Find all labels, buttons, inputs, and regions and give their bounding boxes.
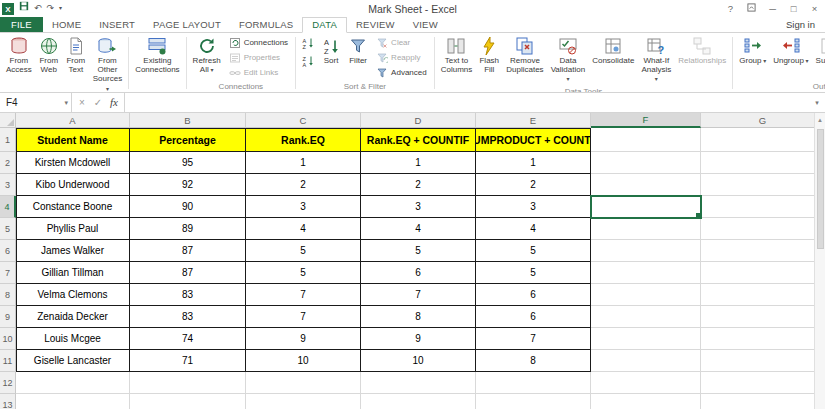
- cell-B12[interactable]: [130, 372, 246, 394]
- relationships-button[interactable]: Relationships: [675, 34, 729, 67]
- filter-button[interactable]: Filter: [345, 34, 371, 67]
- cancel-icon[interactable]: ×: [74, 93, 90, 112]
- cell-B13[interactable]: [130, 394, 246, 409]
- sort-ascending-button[interactable]: AZ: [299, 35, 317, 51]
- cell-D2[interactable]: 1: [361, 152, 476, 174]
- cell-D10[interactable]: 9: [361, 328, 476, 350]
- from-other-sources-button[interactable]: From Other Sources: [90, 34, 125, 93]
- cell-A9[interactable]: Zenaida Decker: [16, 306, 130, 328]
- subtotal-button[interactable]: Σ Subtotal: [813, 34, 825, 67]
- cell-E12[interactable]: [476, 372, 591, 394]
- consolidate-button[interactable]: Consolidate: [589, 34, 637, 67]
- cell-B8[interactable]: 83: [130, 284, 246, 306]
- cell-F3[interactable]: [591, 174, 701, 196]
- select-all-corner[interactable]: [0, 113, 16, 128]
- vertical-scrollbar[interactable]: ▲: [814, 113, 825, 409]
- column-header-B[interactable]: B: [130, 113, 246, 128]
- flash-fill-button[interactable]: Flash Fill: [476, 34, 502, 76]
- row-header-3[interactable]: 3: [0, 174, 16, 196]
- sort-button[interactable]: AZ Sort: [318, 34, 344, 67]
- maximize-button[interactable]: □: [783, 0, 804, 17]
- cell-D1[interactable]: Rank.EQ + COUNTIF: [361, 128, 476, 152]
- tab-review[interactable]: REVIEW: [347, 17, 404, 32]
- cell-B1[interactable]: Percentage: [130, 128, 246, 152]
- cell-G11[interactable]: [701, 350, 825, 372]
- tab-file[interactable]: FILE: [0, 17, 43, 32]
- redo-button[interactable]: ↷: [47, 0, 55, 17]
- cell-G1[interactable]: [701, 128, 825, 152]
- name-box-dropdown-icon[interactable]: ▾: [64, 99, 68, 107]
- cell-E13[interactable]: [476, 394, 591, 409]
- cell-A3[interactable]: Kibo Underwood: [16, 174, 130, 196]
- clear-filter-button[interactable]: Clear: [372, 35, 431, 50]
- cell-E1[interactable]: SUMPRODUCT + COUNTIF: [476, 128, 591, 152]
- cell-E8[interactable]: 6: [476, 284, 591, 306]
- scrollbar-thumb[interactable]: [817, 129, 824, 249]
- cell-A10[interactable]: Louis Mcgee: [16, 328, 130, 350]
- tab-formulas[interactable]: FORMULAS: [230, 17, 302, 32]
- cell-F6[interactable]: [591, 240, 701, 262]
- row-header-13[interactable]: 13: [0, 394, 16, 409]
- cell-D13[interactable]: [361, 394, 476, 409]
- row-header-7[interactable]: 7: [0, 262, 16, 284]
- cell-F12[interactable]: [591, 372, 701, 394]
- enter-check-icon[interactable]: ✓: [90, 93, 106, 112]
- cell-E7[interactable]: 5: [476, 262, 591, 284]
- sign-in-link[interactable]: Sign in: [776, 17, 825, 32]
- cell-C12[interactable]: [246, 372, 361, 394]
- cell-B5[interactable]: 89: [130, 218, 246, 240]
- sort-descending-button[interactable]: ZA: [299, 53, 317, 69]
- cell-B9[interactable]: 83: [130, 306, 246, 328]
- row-header-10[interactable]: 10: [0, 328, 16, 350]
- cell-E6[interactable]: 5: [476, 240, 591, 262]
- cell-F2[interactable]: [591, 152, 701, 174]
- cell-G4[interactable]: [701, 196, 825, 218]
- data-validation-button[interactable]: Data Validation: [548, 34, 589, 86]
- cell-D8[interactable]: 7: [361, 284, 476, 306]
- column-header-D[interactable]: D: [361, 113, 476, 128]
- text-to-columns-button[interactable]: Text to Columns: [438, 34, 476, 76]
- cell-C11[interactable]: 10: [246, 350, 361, 372]
- cell-B7[interactable]: 87: [130, 262, 246, 284]
- scroll-up-icon[interactable]: ▲: [817, 113, 823, 127]
- cell-F11[interactable]: [591, 350, 701, 372]
- cell-A11[interactable]: Giselle Lancaster: [16, 350, 130, 372]
- cell-B6[interactable]: 87: [130, 240, 246, 262]
- cell-B2[interactable]: 95: [130, 152, 246, 174]
- tab-view[interactable]: VIEW: [404, 17, 447, 32]
- cell-C10[interactable]: 9: [246, 328, 361, 350]
- row-header-11[interactable]: 11: [0, 350, 16, 372]
- cell-A7[interactable]: Gillian Tillman: [16, 262, 130, 284]
- cell-G5[interactable]: [701, 218, 825, 240]
- row-header-8[interactable]: 8: [0, 284, 16, 306]
- cell-C9[interactable]: 7: [246, 306, 361, 328]
- cell-D12[interactable]: [361, 372, 476, 394]
- column-header-E[interactable]: E: [476, 113, 591, 128]
- tab-data[interactable]: DATA: [302, 17, 347, 33]
- cell-D3[interactable]: 2: [361, 174, 476, 196]
- cell-D7[interactable]: 6: [361, 262, 476, 284]
- group-button[interactable]: Group: [736, 34, 769, 67]
- cell-F10[interactable]: [591, 328, 701, 350]
- cell-G12[interactable]: [701, 372, 825, 394]
- cell-A13[interactable]: [16, 394, 130, 409]
- minimize-button[interactable]: ─: [762, 0, 783, 17]
- cell-D5[interactable]: 4: [361, 218, 476, 240]
- cell-D11[interactable]: 10: [361, 350, 476, 372]
- edit-links-button[interactable]: Edit Links: [225, 65, 292, 80]
- cell-C2[interactable]: 1: [246, 152, 361, 174]
- cell-C1[interactable]: Rank.EQ: [246, 128, 361, 152]
- cell-F13[interactable]: [591, 394, 701, 409]
- cell-B10[interactable]: 74: [130, 328, 246, 350]
- cell-B3[interactable]: 92: [130, 174, 246, 196]
- cell-D9[interactable]: 8: [361, 306, 476, 328]
- column-header-C[interactable]: C: [246, 113, 361, 128]
- name-box[interactable]: F4 ▾: [0, 93, 72, 112]
- cell-A4[interactable]: Constance Boone: [16, 196, 130, 218]
- row-header-2[interactable]: 2: [0, 152, 16, 174]
- cell-F4[interactable]: [591, 196, 701, 218]
- help-button[interactable]: ?: [720, 0, 741, 17]
- cell-G9[interactable]: [701, 306, 825, 328]
- column-header-G[interactable]: G: [701, 113, 825, 128]
- what-if-analysis-button[interactable]: ? What-If Analysis: [638, 34, 674, 86]
